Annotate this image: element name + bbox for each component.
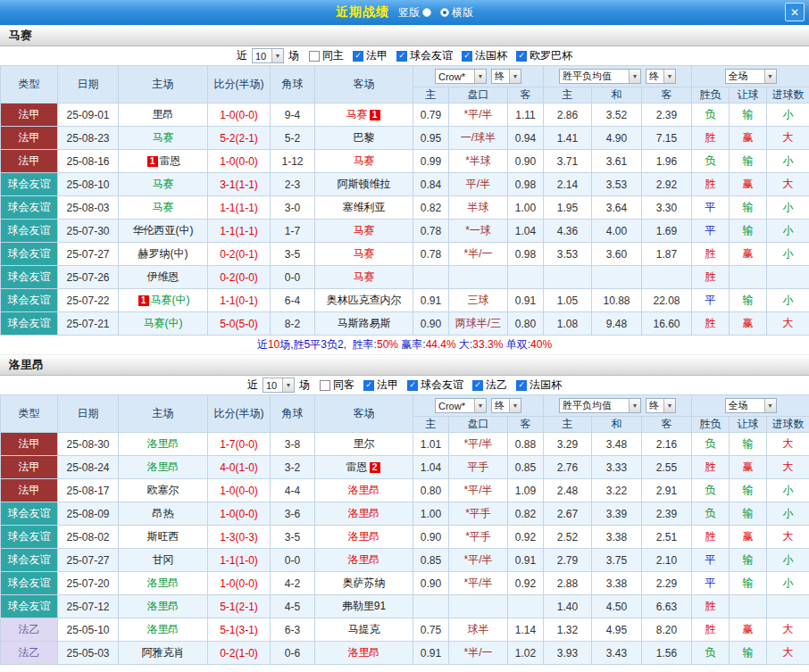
team-name: 里尔 — [354, 437, 375, 450]
close-button[interactable]: ✕ — [785, 3, 805, 21]
avg-final-select[interactable]: 终▼ — [646, 69, 676, 84]
radio-horizontal-label[interactable]: 横版 — [452, 5, 473, 21]
odds-cell: 0.82 — [413, 196, 449, 220]
result-cell: 负 — [692, 433, 730, 456]
score-cell: 5-1(2-1) — [208, 595, 271, 618]
chevron-down-icon: ▼ — [629, 70, 640, 83]
checkbox-checked-icon[interactable]: ✓ — [516, 380, 527, 391]
result-cell: 大 — [767, 127, 809, 150]
match-row: 球会友谊25-07-12洛里昂5-1(2-1)4-5弗勒里911.404.506… — [1, 595, 809, 618]
team-name: 马斯路易斯 — [338, 317, 391, 329]
filter-checkbox-label: 法国杯 — [475, 48, 507, 63]
filter-checkbox[interactable]: ✓欧罗巴杯 — [516, 48, 572, 63]
summary-segment: 赢率: — [398, 338, 426, 351]
avg-final-select[interactable]: 终▼ — [646, 398, 676, 413]
result-cell: 平 — [692, 196, 730, 220]
radio-vertical-label[interactable]: 竖版 — [398, 5, 420, 21]
recent-count-select[interactable]: 10 ▼ — [263, 377, 295, 393]
filter-checkbox[interactable]: ✓法甲 — [353, 48, 388, 63]
corner-cell: 3-6 — [271, 502, 315, 526]
checkbox-checked-icon[interactable]: ✓ — [396, 51, 407, 62]
odds-cell: 0.90 — [413, 572, 449, 595]
match-row: 球会友谊25-07-21马赛(中)5-0(5-0)8-2马斯路易斯0.90两球半… — [1, 312, 809, 336]
odds-group-header: Crow*▼ 终▼ — [413, 66, 544, 87]
avg-odds-cell — [592, 266, 642, 289]
score-cell: 5-1(3-1) — [208, 618, 271, 642]
summary-segment: 33.3% — [472, 338, 503, 351]
win-draw-lose-avg-select[interactable]: 胜平负均值▼ — [559, 69, 641, 84]
date-cell: 25-05-03 — [58, 642, 119, 665]
odds-final-select[interactable]: 终▼ — [491, 398, 521, 413]
filter-checkbox[interactable]: ✓法乙 — [472, 377, 507, 393]
odds-cell: 0.91 — [413, 289, 449, 312]
odds-company-select[interactable]: Crow*▼ — [435, 69, 487, 84]
filter-checkbox[interactable]: ✓法国杯 — [516, 377, 562, 393]
team-name: 阿斯顿维拉 — [338, 178, 391, 190]
home-team-cell: 赫罗纳(中) — [119, 243, 208, 266]
odds-cell: 1.01 — [413, 433, 449, 456]
team-name: 洛里昂 — [348, 553, 380, 566]
odds-cell: 0.90 — [413, 312, 449, 336]
date-cell: 25-07-27 — [58, 549, 119, 572]
recent-count-select[interactable]: 10 ▼ — [252, 48, 284, 63]
radio-horizontal-layout[interactable]: 横版 — [440, 5, 473, 21]
avg-group-header: 胜平负均值▼ 终▼ — [544, 395, 692, 417]
radio-selected-icon[interactable] — [440, 8, 449, 17]
checkbox-unchecked-icon[interactable] — [320, 380, 330, 391]
league-type-cell: 球会友谊 — [1, 572, 58, 595]
win-draw-lose-avg-select[interactable]: 胜平负均值▼ — [559, 398, 641, 413]
avg-odds-cell: 4.36 — [544, 220, 592, 243]
odds-final-select[interactable]: 终▼ — [491, 69, 521, 84]
radio-vertical-layout[interactable]: 竖版 — [398, 5, 431, 21]
avg-odds-cell: 10.88 — [592, 289, 642, 312]
subcol-avg-draw: 和 — [592, 87, 642, 104]
avg-odds-cell: 2.39 — [642, 104, 692, 127]
score-cell: 1-0(0-0) — [208, 150, 271, 173]
odds-cell: 0.98 — [508, 173, 544, 196]
red-card-badge: 1 — [147, 156, 158, 167]
score-cell: 1-0(0-0) — [208, 572, 271, 595]
team-name: 马赛(中) — [151, 294, 190, 306]
avg-odds-cell: 4.50 — [592, 595, 642, 618]
away-team-cell: 弗勒里91 — [315, 595, 413, 618]
filter-prefix: 近 — [237, 48, 247, 63]
result-cell: 输 — [730, 433, 767, 456]
avg-odds-cell: 3.53 — [544, 243, 592, 266]
checkbox-checked-icon[interactable]: ✓ — [462, 51, 472, 62]
score-cell: 1-0(0-0) — [208, 104, 271, 127]
filter-suffix: 场 — [299, 377, 310, 393]
match-row: 球会友谊25-07-221马赛(中)1-1(0-1)6-4奥林匹克查内尔0.91… — [1, 289, 809, 312]
odds-cell: 0.92 — [508, 526, 544, 549]
filter-checkbox[interactable]: ✓法甲 — [363, 377, 398, 393]
filter-checkbox[interactable]: ✓球会友谊 — [407, 377, 463, 393]
checkbox-checked-icon[interactable]: ✓ — [472, 380, 483, 391]
odds-company-select[interactable]: Crow*▼ — [435, 398, 487, 413]
score-cell: 1-1(1-0) — [208, 549, 271, 572]
filter-checkbox[interactable]: ✓球会友谊 — [396, 48, 453, 63]
checkbox-checked-icon[interactable]: ✓ — [363, 380, 374, 391]
date-cell: 25-07-22 — [58, 289, 119, 312]
home-team-cell: 洛里昂 — [119, 572, 208, 595]
avg-odds-cell: 1.32 — [544, 618, 592, 642]
filter-checkbox[interactable]: 同客 — [320, 377, 354, 393]
dialog-titlebar: 近期战绩 竖版 横版 ✕ — [0, 0, 809, 25]
filter-checkbox[interactable]: 同主 — [309, 48, 344, 63]
date-cell: 25-08-24 — [58, 456, 119, 479]
team-name: 马赛 — [346, 108, 368, 120]
avg-odds-cell: 1.56 — [642, 642, 692, 665]
avg-group-header: 胜平负均值▼ 终▼ — [544, 66, 692, 87]
avg-odds-cell: 4.00 — [592, 220, 642, 243]
checkbox-unchecked-icon[interactable] — [309, 51, 320, 62]
checkbox-checked-icon[interactable]: ✓ — [407, 380, 418, 391]
league-type-cell: 球会友谊 — [1, 243, 58, 266]
fulltime-select[interactable]: 全场▼ — [725, 398, 777, 413]
checkbox-checked-icon[interactable]: ✓ — [516, 51, 527, 62]
filter-checkbox[interactable]: ✓法国杯 — [462, 48, 507, 63]
checkbox-checked-icon[interactable]: ✓ — [353, 51, 363, 62]
chevron-down-icon: ▼ — [474, 399, 486, 412]
fulltime-select[interactable]: 全场▼ — [725, 69, 777, 84]
result-cell: 大 — [767, 526, 809, 549]
subcol-odds-away: 客 — [508, 417, 544, 433]
radio-unselected-icon[interactable] — [422, 8, 431, 17]
avg-odds-cell: 2.86 — [544, 104, 592, 127]
